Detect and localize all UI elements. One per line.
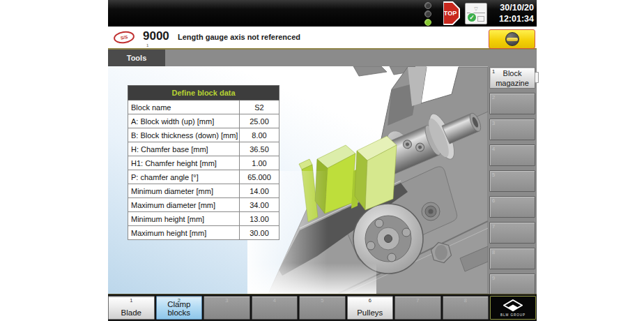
softkey-right-4[interactable]: 4: [489, 144, 535, 166]
table-row: H: Chamfer base [mm]36.50: [128, 142, 279, 156]
value-cell[interactable]: 65.000: [240, 170, 279, 184]
value-cell[interactable]: 8.00: [240, 128, 279, 142]
table-row: P: chamfer angle [°]65.000: [128, 170, 279, 184]
table-row: Maximum height [mm]30.00: [128, 226, 279, 240]
tool-function-button[interactable]: [489, 29, 535, 49]
blm-group-button[interactable]: BLM GROUP: [490, 296, 536, 320]
tab-bar: Tools: [108, 50, 537, 66]
softkey-bottom-5[interactable]: 5: [299, 296, 346, 320]
table-row: Minimum diameter [mm]14.00: [128, 184, 279, 198]
softkey-right-5[interactable]: 5: [489, 170, 535, 192]
softkey-right-9[interactable]: 9: [489, 274, 535, 295]
top-status-bar: STOP ▽ ✓ 30/10/20 12:01:34: [108, 0, 537, 27]
light-green: [424, 19, 431, 26]
softkey-bottom-4[interactable]: 4: [252, 296, 298, 320]
value-cell[interactable]: 13.00: [240, 212, 279, 226]
softkey-clamp-blocks[interactable]: 2 Clamp blocks: [156, 296, 203, 320]
softkey-right-6[interactable]: 6: [489, 196, 535, 218]
softkey-right-2[interactable]: 2: [489, 93, 535, 114]
softkey-right-8[interactable]: 8: [489, 248, 535, 269]
value-cell[interactable]: 30.00: [240, 226, 279, 240]
stop-label: STOP: [438, 3, 459, 24]
table-row: H1: Chamfer height [mm]1.00: [128, 156, 279, 170]
table-row: Block nameS2: [128, 100, 279, 114]
right-softkey-bar: 1 Block magazine 2 3 4 5 6 7 8 9: [488, 66, 537, 294]
softkey-block-magazine[interactable]: 1 Block magazine: [489, 67, 535, 89]
alarm-code: 9000: [143, 29, 169, 43]
machine-ok-icon: ▽ ✓: [465, 3, 487, 24]
value-cell[interactable]: 1.00: [240, 156, 279, 170]
date-text: 30/10/20: [492, 2, 534, 13]
time-text: 12:01:34: [492, 13, 534, 24]
check-icon: ✓: [467, 13, 477, 22]
datetime-display: 30/10/20 12:01:34: [492, 2, 535, 24]
table-row: B: Block thickness (down) [mm]8.00: [128, 128, 279, 142]
softkey-blade[interactable]: 1 Blade: [108, 296, 155, 320]
table-row: A: Block width (up) [mm]25.00: [128, 114, 279, 128]
machine-hmi-screen: STOP ▽ ✓ 30/10/20 12:01:34 S/S 9000 1 Le…: [0, 0, 644, 321]
softkey-pulleys[interactable]: 6 Pulleys: [347, 296, 394, 320]
value-cell[interactable]: 25.00: [240, 114, 279, 128]
softkey-right-7[interactable]: 7: [489, 222, 535, 244]
screw-head-icon: [505, 32, 519, 46]
stop-sign-icon: STOP: [436, 1, 460, 25]
softkey-bottom-3[interactable]: 3: [204, 296, 250, 320]
softkey-right-3[interactable]: 3: [489, 119, 535, 140]
flyout-notch: [535, 72, 539, 83]
ss-badge-icon: S/S: [113, 30, 135, 45]
softkey-bottom-8[interactable]: 8: [443, 296, 489, 320]
alarm-bar: S/S 9000 1 Length gauge axis not referen…: [108, 27, 537, 48]
value-cell[interactable]: 36.50: [240, 142, 279, 156]
light-off-1: [424, 2, 431, 9]
tab-tools[interactable]: Tools: [108, 50, 165, 66]
block-data-table: Define block data Block nameS2 A: Block …: [128, 85, 279, 240]
status-cluster: STOP ▽ ✓ 30/10/20 12:01:34: [424, 0, 535, 27]
alarm-footnote: 1: [146, 43, 148, 47]
table-title: Define block data: [128, 86, 279, 100]
value-cell[interactable]: 34.00: [240, 198, 279, 212]
softkey-bottom-7[interactable]: 7: [394, 296, 441, 320]
light-off-2: [424, 10, 431, 17]
bottom-softkey-bar: 1 Blade 2 Clamp blocks 3 4 5 6 Pulleys 7…: [108, 294, 537, 321]
table-row: Minimum height [mm]13.00: [128, 212, 279, 226]
alarm-message: Length gauge axis not referenced: [178, 33, 300, 41]
table-row: Maximum diameter [mm]34.00: [128, 198, 279, 212]
value-cell[interactable]: S2: [240, 100, 279, 114]
blm-logo-icon: [503, 299, 523, 313]
value-cell[interactable]: 14.00: [240, 184, 279, 198]
traffic-light-icon: [424, 1, 431, 26]
